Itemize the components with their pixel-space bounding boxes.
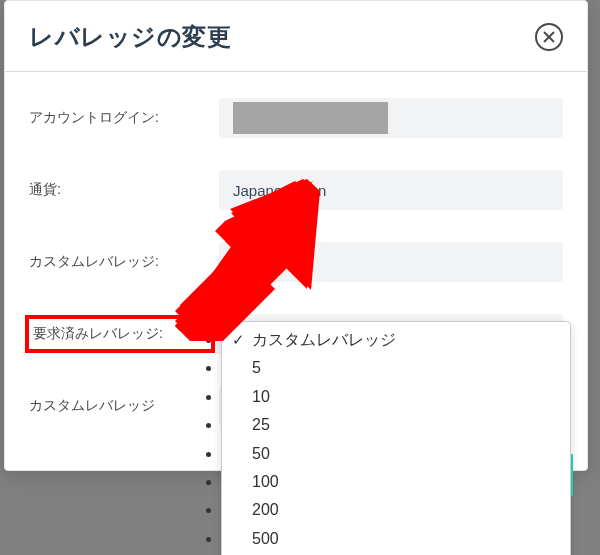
account-label: アカウントログイン: xyxy=(29,109,219,127)
dropdown-option[interactable]: 100 xyxy=(222,468,570,496)
close-icon xyxy=(542,30,556,44)
close-button[interactable] xyxy=(535,23,563,51)
dropdown-option[interactable]: 50 xyxy=(222,440,570,468)
custom-leverage-input[interactable] xyxy=(219,242,563,282)
dropdown-option[interactable]: 10 xyxy=(222,383,570,411)
form-row-account: アカウントログイン: xyxy=(29,98,563,138)
dropdown-option[interactable]: 200 xyxy=(222,496,570,524)
dropdown-option[interactable]: 5 xyxy=(222,354,570,382)
custom-leverage2-label: カスタムレバレッジ xyxy=(29,397,219,415)
requested-leverage-label: 要求済みレバレッジ: xyxy=(25,315,215,353)
form-row-currency: 通貨: Japanese yen xyxy=(29,170,563,210)
redacted-block xyxy=(233,102,388,134)
account-value xyxy=(219,98,563,138)
dropdown-option[interactable]: カスタムレバレッジ xyxy=(222,326,570,354)
leverage-dropdown-list[interactable]: カスタムレバレッジ 5 10 25 50 100 200 500 1000 xyxy=(221,321,571,555)
modal-header: レバレッジの変更 xyxy=(5,1,587,72)
modal-title: レバレッジの変更 xyxy=(29,21,231,53)
dropdown-option[interactable]: 25 xyxy=(222,411,570,439)
dropdown-option[interactable]: 500 xyxy=(222,525,570,553)
currency-value: Japanese yen xyxy=(219,170,563,210)
form-row-custom-leverage: カスタムレバレッジ: xyxy=(29,242,563,282)
currency-label: 通貨: xyxy=(29,181,219,199)
leverage-change-modal: レバレッジの変更 アカウントログイン: 通貨: Japanese yen カスタ… xyxy=(4,0,588,471)
custom-leverage-label: カスタムレバレッジ: xyxy=(29,253,219,271)
